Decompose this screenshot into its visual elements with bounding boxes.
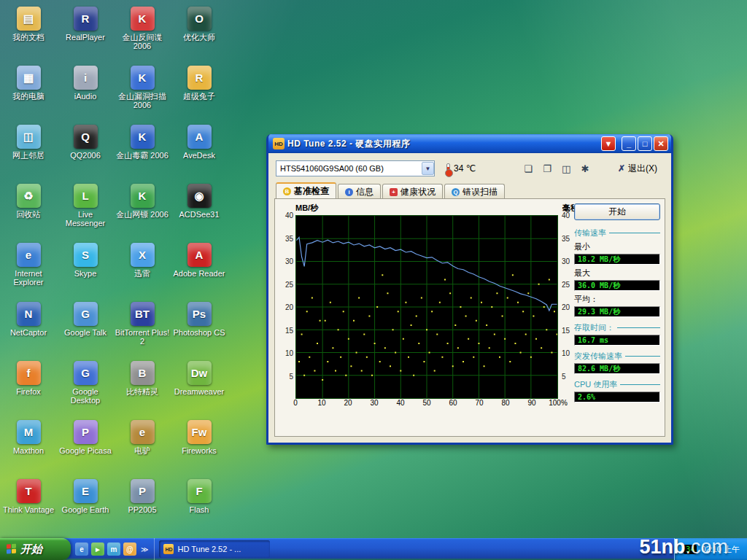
- burst-rate-value: 82.6 MB/秒: [574, 363, 660, 374]
- copy-icon[interactable]: ❏: [519, 160, 537, 176]
- quick-launch-media-icon[interactable]: ►: [91, 542, 104, 556]
- drive-select[interactable]: HTS541060G9SA00 (60 GB) ▼: [276, 160, 435, 176]
- min-label: 最小: [574, 241, 660, 252]
- desktop-icon-优化大师[interactable]: O优化大师: [171, 3, 228, 62]
- desktop-icon-avedesk[interactable]: AAveDesk: [171, 121, 228, 180]
- left-axis-tick: 10: [285, 349, 295, 357]
- toolbar: HTS541060G9SA00 (60 GB) ▼ 34 ℃ ❏ ❐ ◫ ✱ ✗…: [276, 159, 664, 178]
- icon-label: Fireworks: [182, 446, 217, 455]
- icon-label: Adobe Reader: [174, 269, 225, 278]
- tab-健康状况[interactable]: +健康状况: [382, 184, 443, 199]
- desktop-icon-金山漏洞扫描-2006[interactable]: K金山漏洞扫描 2006: [114, 62, 171, 121]
- minimize-to-tray-button[interactable]: ▼: [601, 136, 616, 151]
- access-time-heading: 存取时间：: [574, 322, 660, 333]
- desktop-icon-我的文档[interactable]: ▤我的文档: [0, 3, 57, 62]
- x-axis-tick: 30: [370, 399, 378, 407]
- quick-launch-ie-icon[interactable]: e: [75, 542, 88, 556]
- desktop-icon-google-talk[interactable]: GGoogle Talk: [57, 298, 114, 357]
- quick-launch-mail-icon[interactable]: @: [123, 542, 136, 556]
- benchmark-tab-page: MB/秒 毫秒 551010151520202525303035354040 0…: [274, 198, 665, 437]
- desktop-icon-dreamweaver[interactable]: DwDreamweaver: [171, 357, 228, 416]
- tab-icon: B: [283, 187, 291, 195]
- close-button[interactable]: ✕: [654, 136, 668, 151]
- avg-value: 29.3 MB/秒: [574, 306, 660, 317]
- desktop-icon-realplayer[interactable]: RRealPlayer: [57, 3, 114, 62]
- desktop-icon-maxthon[interactable]: MMaxthon: [0, 416, 57, 475]
- desktop-icon-acdsee31[interactable]: ◉ACDSee31: [171, 180, 228, 239]
- taskbar-item-hdtune[interactable]: HD HD Tune 2.52 - ...: [159, 540, 270, 558]
- start-benchmark-button[interactable]: 开始: [574, 203, 660, 220]
- desktop-icon-netcaptor[interactable]: NNetCaptor: [0, 298, 57, 357]
- desktop-icon-比特精灵[interactable]: B比特精灵: [114, 357, 171, 416]
- title-bar[interactable]: HD HD Tune 2.52 - 硬盘实用程序 ▼ _ □ ✕: [268, 134, 671, 153]
- avg-label: 平均：: [574, 294, 660, 305]
- desktop-icon-电驴[interactable]: e电驴: [114, 416, 171, 475]
- desktop-icon-photoshop-cs[interactable]: PsPhotoshop CS: [171, 298, 228, 357]
- icon-label: Google Desktop: [58, 387, 113, 405]
- app-icon: Q: [74, 125, 98, 149]
- desktop-icon-internet-explorer[interactable]: eInternet Explorer: [0, 239, 57, 298]
- icon-label: Google Picasa: [59, 446, 112, 455]
- x-axis-tick: 80: [501, 399, 509, 407]
- desktop-icon-金山毒霸-2006[interactable]: K金山毒霸 2006: [114, 121, 171, 180]
- window-title: HD Tune 2.52 - 硬盘实用程序: [287, 138, 600, 150]
- desktop-icon-金山网镖-2006[interactable]: K金山网镖 2006: [114, 180, 171, 239]
- plot-area: 551010151520202525303035354040: [295, 215, 560, 399]
- desktop-icon-skype[interactable]: SSkype: [57, 239, 114, 298]
- access-time-value: 16.7 ms: [574, 335, 660, 346]
- icon-label: 迅雷: [134, 269, 150, 278]
- desktop-icon-qq2006[interactable]: QQQ2006: [57, 121, 114, 180]
- desktop-icon-iaudio[interactable]: iiAudio: [57, 62, 114, 121]
- desktop-icon-google-desktop[interactable]: GGoogle Desktop: [57, 357, 114, 416]
- desktop: ▤我的文档▦我的电脑◫网上邻居♻回收站eInternet ExplorerNNe…: [0, 0, 747, 560]
- app-icon: e: [17, 243, 41, 267]
- desktop-icon-think-vantage[interactable]: TThink Vantage: [0, 475, 57, 534]
- copy-screenshot-icon[interactable]: ❐: [538, 160, 556, 176]
- desktop-icon-live-messenger[interactable]: LLive Messenger: [57, 180, 114, 239]
- options-icon[interactable]: ✱: [576, 160, 594, 176]
- minimize-button[interactable]: _: [622, 136, 636, 151]
- icon-label: 金山反间谍 2006: [115, 33, 170, 50]
- left-axis-tick: 35: [285, 235, 295, 243]
- chevron-down-icon[interactable]: ▼: [422, 162, 434, 175]
- save-icon[interactable]: ◫: [557, 160, 575, 176]
- desktop-icon-回收站[interactable]: ♻回收站: [0, 180, 57, 239]
- start-button[interactable]: 开始: [0, 538, 71, 560]
- app-icon: N: [17, 302, 41, 326]
- right-axis-tick: 20: [560, 303, 570, 311]
- icon-label: 金山网镖 2006: [116, 210, 169, 219]
- windows-logo-icon: [7, 544, 17, 555]
- start-button-label: 开始: [20, 542, 42, 556]
- desktop-icon-google-earth[interactable]: EGoogle Earth: [57, 475, 114, 534]
- desktop-icon-超级兔子[interactable]: R超级兔子: [171, 62, 228, 121]
- left-axis-tick: 20: [285, 303, 295, 311]
- desktop-icon-flash[interactable]: FFlash: [171, 475, 228, 534]
- desktop-icon-迅雷[interactable]: X迅雷: [114, 239, 171, 298]
- exit-button[interactable]: ✗ 退出(X): [611, 160, 664, 177]
- desktop-icon-column: O优化大师R超级兔子AAveDesk◉ACDSee31AAdobe Reader…: [171, 3, 228, 534]
- tab-label: 基准检查: [294, 185, 329, 198]
- desktop-icon-bittorrent-plus-2[interactable]: BTBitTorrent Plus! 2: [114, 298, 171, 357]
- tab-icon: i: [345, 188, 353, 196]
- tab-信息[interactable]: i信息: [338, 184, 381, 199]
- icon-label: 超级兔子: [183, 92, 215, 101]
- desktop-icon-firefox[interactable]: fFirefox: [0, 357, 57, 416]
- icon-label: NetCaptor: [10, 328, 47, 337]
- icon-label: 优化大师: [183, 33, 215, 42]
- benchmark-plot: [295, 215, 558, 399]
- tab-错误扫描[interactable]: Q错误扫描: [444, 184, 505, 199]
- desktop-icon-adobe-reader[interactable]: AAdobe Reader: [171, 239, 228, 298]
- desktop-icon-google-picasa[interactable]: PGoogle Picasa: [57, 416, 114, 475]
- maximize-button[interactable]: □: [638, 136, 652, 151]
- desktop-icon-网上邻居[interactable]: ◫网上邻居: [0, 121, 57, 180]
- desktop-icon-我的电脑[interactable]: ▦我的电脑: [0, 62, 57, 121]
- cpu-usage-heading: CPU 使用率: [574, 379, 660, 390]
- desktop-icon-金山反间谍-2006[interactable]: K金山反间谍 2006: [114, 3, 171, 62]
- quick-launch-more-chevron[interactable]: ≫: [139, 545, 150, 553]
- quick-launch-maxthon-icon[interactable]: m: [107, 542, 120, 556]
- desktop-icon-fireworks[interactable]: FwFireworks: [171, 416, 228, 475]
- x-axis-tick: 10: [317, 399, 325, 407]
- desktop-icon-pp2005[interactable]: PPP2005: [114, 475, 171, 534]
- tab-基准检查[interactable]: B基准检查: [276, 182, 336, 199]
- x-axis-tick: 60: [449, 399, 457, 407]
